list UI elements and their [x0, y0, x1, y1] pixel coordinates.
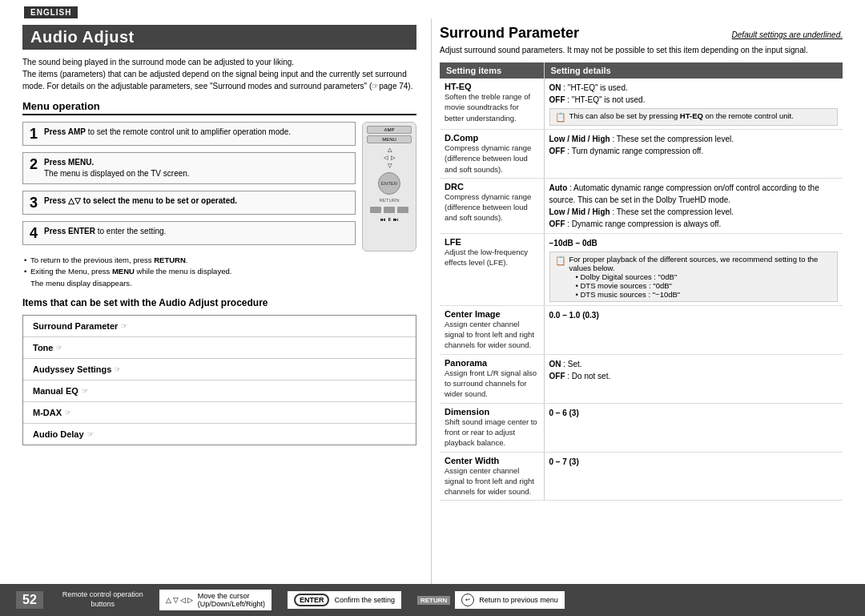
arrow-right-icon: ▷ — [187, 596, 193, 604]
item-cell-hteq: HT-EQ Soften the treble range of movie s… — [440, 79, 544, 130]
steps-list: 1 Press AMP to set the remote control un… — [22, 122, 356, 252]
item-cell-drc: DRC Compress dynamic range (difference b… — [440, 178, 544, 233]
remote-btn-1: AMP — [367, 126, 412, 134]
language-badge: ENGLISH — [24, 6, 78, 18]
step-4-num: 4 — [30, 226, 38, 240]
detail-cell-center-width: 0 – 7 (3) — [544, 452, 843, 501]
table-row-hteq: HT-EQ Soften the treble range of movie s… — [440, 79, 843, 130]
item-icon-m-dax: ☞ — [65, 409, 71, 417]
table-row-panorama: Panorama Assign front L/R signal also to… — [440, 354, 843, 403]
col-header-details: Setting details — [544, 62, 843, 79]
footer-label-line2: buttons — [62, 600, 143, 610]
note-text-lfe: For proper playback of the different sou… — [569, 255, 833, 299]
note-box-hteq: 📋 This can also be set by pressing HT-EQ… — [549, 108, 839, 126]
remote-enter-circle: ENTER — [378, 172, 400, 195]
footer-return-section: RETURN ↩ Return to previous menu — [417, 591, 565, 609]
remote-arrows: △ ◁ ▷ ▽ — [384, 147, 395, 169]
table-row-center-width: Center Width Assign center channel signa… — [440, 452, 843, 501]
remote-left: ◁ — [384, 155, 388, 161]
arrow-up-icon: △ — [166, 596, 171, 604]
remote-illustration: AMP MENU △ ◁ ▷ ▽ ENTER RETURN — [362, 122, 416, 252]
table-row-center-image: Center Image Assign center channel signa… — [440, 305, 843, 354]
item-label-audio-delay: Audio Delay — [33, 429, 84, 439]
item-cell-dcomp: D.Comp Compress dynamic range (differenc… — [440, 130, 544, 179]
bullet-note-2: Exiting the Menu, press MENU while the m… — [22, 266, 416, 289]
item-label-m-dax: M-DAX — [33, 408, 62, 417]
detail-cell-dimension: 0 – 6 (3) — [544, 403, 843, 452]
table-header-row: Setting items Setting details — [440, 62, 843, 79]
settings-table: Setting items Setting details HT-EQ Soft… — [440, 62, 843, 501]
menu-operation-title: Menu operation — [22, 100, 416, 115]
bullet-note-1: To return to the previous item, press RE… — [22, 255, 416, 266]
remote-bottom-btns — [370, 207, 408, 213]
item-icon-audyssey: ☞ — [115, 365, 121, 373]
return-label-badge: RETURN — [417, 596, 450, 605]
return-sub-label: Return to previous menu — [479, 596, 558, 604]
table-row-dcomp: D.Comp Compress dynamic range (differenc… — [440, 130, 843, 179]
item-desc-panorama: Assign front L/R signal also to surround… — [445, 368, 539, 400]
step-1: 1 Press AMP to set the remote control un… — [22, 122, 356, 146]
default-note: Default settings are underlined. — [732, 30, 843, 39]
item-cell-panorama: Panorama Assign front L/R signal also to… — [440, 354, 544, 403]
arrow-icons: △ ▽ ◁ ▷ — [166, 596, 193, 604]
item-desc-lfe: Adjust the low-frequency effects level (… — [445, 247, 539, 268]
enter-button-icon: ENTER — [294, 594, 330, 606]
lfe-bullet-list: Dolby Digital sources : "0dB" DTS movie … — [569, 272, 833, 299]
detail-range-dimension: 0 – 6 (3) — [549, 407, 839, 419]
lfe-bullet-3: DTS music sources : "−10dB" — [576, 290, 833, 299]
arrow-left-icon: ◁ — [180, 596, 186, 604]
table-row-lfe: LFE Adjust the low-frequency effects lev… — [440, 233, 843, 305]
footer-nav-icons: △ ▽ ◁ ▷ Move the cursor(Up/Down/Left/Rig… — [159, 590, 272, 610]
item-desc-center-image: Assign center channel signal to front le… — [445, 319, 539, 351]
item-name-hteq: HT-EQ — [445, 82, 539, 91]
footer-return-icon-box: ↩ Return to previous menu — [455, 591, 565, 609]
item-label-surround: Surround Parameter — [33, 321, 118, 331]
col-header-items: Setting items — [440, 62, 544, 79]
list-item-audyssey: Audyssey Settings ☞ — [23, 359, 416, 380]
right-panel: Surround Parameter Default settings are … — [431, 18, 843, 584]
detail-range-lfe: −10dB – 0dB — [549, 237, 839, 249]
remote-lr: ◁ ▷ — [384, 155, 395, 161]
item-icon-manual-eq: ☞ — [82, 387, 88, 395]
step-2-text: Press MENU.The menu is displayed on the … — [44, 157, 190, 179]
note-text-hteq: This can also be set by pressing HT-EQ o… — [569, 111, 794, 120]
item-icon-tone: ☞ — [56, 344, 62, 352]
remote-play-btns: ⏮ ⏸ ⏭ — [380, 217, 398, 222]
item-name-dcomp: D.Comp — [445, 133, 539, 143]
intro-line-2: The items (parameters) that can be adjus… — [22, 68, 416, 92]
lfe-bullet-1: Dolby Digital sources : "0dB" — [576, 272, 833, 281]
default-note-underlined: Default settings are underlined. — [732, 30, 843, 39]
remote-small-btn-2 — [384, 207, 395, 213]
item-name-panorama: Panorama — [445, 358, 539, 368]
surround-header: Surround Parameter Default settings are … — [440, 25, 843, 42]
intro-line-1: The sound being played in the surround m… — [22, 56, 416, 68]
item-desc-dcomp: Compress dynamic range (difference betwe… — [445, 143, 539, 175]
step-1-num: 1 — [30, 127, 38, 141]
detail-text-panorama: ON : Set. OFF : Do not set. — [549, 358, 839, 382]
arrow-down-icon: ▽ — [173, 596, 179, 604]
note-icon-hteq: 📋 — [555, 112, 566, 123]
table-row-dimension: Dimension Shift sound image center to fr… — [440, 403, 843, 452]
item-label-audyssey: Audyssey Settings — [33, 364, 111, 374]
table-row-drc: DRC Compress dynamic range (difference b… — [440, 178, 843, 233]
page: ENGLISH Audio Adjust The sound being pla… — [0, 0, 865, 616]
lfe-bullet-2: DTS movie sources : "0dB" — [576, 281, 833, 290]
footer-label-line1: Remote control operation — [62, 590, 143, 600]
remote-small-btn-1 — [370, 207, 381, 213]
step-3: 3 Press △▽ to select the menu to be set … — [22, 191, 356, 215]
remote-down: ▽ — [384, 163, 395, 169]
left-panel: Audio Adjust The sound being played in t… — [22, 18, 431, 584]
list-item-tone: Tone ☞ — [23, 337, 416, 359]
steps-area: 1 Press AMP to set the remote control un… — [22, 122, 416, 252]
enter-label: Confirm the setting — [334, 596, 395, 604]
item-desc-hteq: Soften the treble range of movie soundtr… — [445, 91, 539, 123]
item-desc-drc: Compress dynamic range (difference betwe… — [445, 191, 539, 223]
step-3-num: 3 — [30, 195, 38, 210]
audio-adjust-title: Audio Adjust — [22, 25, 416, 50]
item-desc-dimension: Shift sound image center to front or rea… — [445, 417, 539, 449]
detail-text-hteq: ON : "HT-EQ" is used. OFF : "HT-EQ" is n… — [549, 82, 839, 106]
items-list: Surround Parameter ☞ Tone ☞ Audyssey Set… — [22, 315, 416, 445]
remote-return-label: RETURN — [380, 198, 400, 203]
footer-label: Remote control operation buttons — [62, 590, 143, 609]
detail-range-center-width: 0 – 7 (3) — [549, 456, 839, 468]
